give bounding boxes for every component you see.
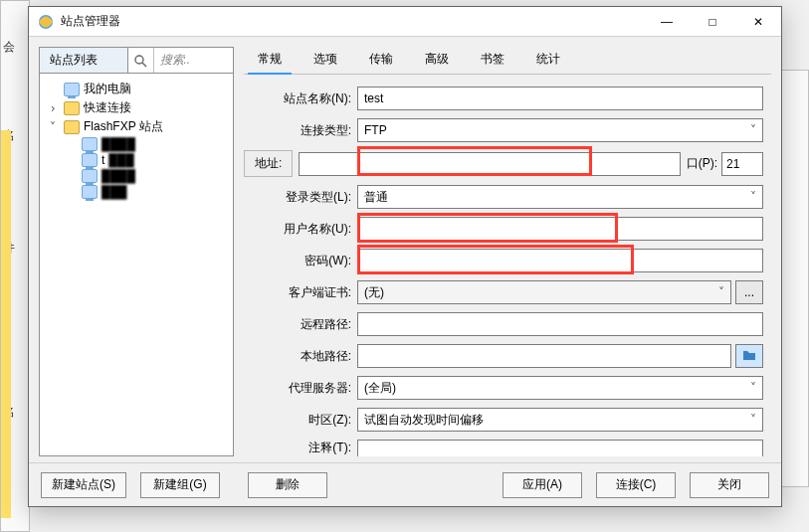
password-label: 密码(W): bbox=[244, 253, 357, 269]
local-path-label: 本地路径: bbox=[244, 348, 357, 365]
tree-node-quick-connect[interactable]: › 快速连接 bbox=[44, 98, 229, 117]
maximize-button[interactable]: □ bbox=[690, 7, 735, 37]
login-type-label: 登录类型(L): bbox=[244, 189, 357, 206]
blurred-label: ███ bbox=[108, 153, 134, 167]
site-icon bbox=[82, 137, 98, 151]
new-group-button[interactable]: 新建组(G) bbox=[140, 472, 220, 498]
tab-bar: 常规 选项 传输 高级 书签 统计 bbox=[244, 47, 771, 75]
tree-node-flashfxp-sites[interactable]: ˅ FlashFXP 站点 bbox=[44, 117, 229, 136]
site-icon bbox=[82, 153, 98, 167]
delete-button[interactable]: 删除 bbox=[248, 472, 327, 498]
remote-path-label: 远程路径: bbox=[244, 316, 357, 333]
search-input[interactable]: 搜索.. bbox=[154, 48, 234, 73]
tab-general[interactable]: 常规 bbox=[248, 47, 292, 74]
site-name-input[interactable] bbox=[357, 87, 763, 110]
username-input[interactable] bbox=[357, 217, 763, 241]
chevron-down-icon: ˅ bbox=[750, 123, 756, 137]
site-name-label: 站点名称(N): bbox=[244, 90, 357, 107]
tab-stats[interactable]: 统计 bbox=[526, 47, 570, 74]
address-input[interactable] bbox=[299, 152, 680, 176]
dialog-footer: 新建站点(S) 新建组(G) 删除 应用(A) 连接(C) 关闭 bbox=[29, 462, 781, 506]
bg-text: 会 bbox=[1, 35, 29, 60]
titlebar: 站点管理器 — □ ✕ bbox=[29, 7, 781, 37]
notes-label: 注释(T): bbox=[244, 440, 357, 456]
bg-yellow-strip bbox=[1, 130, 11, 518]
window-title: 站点管理器 bbox=[61, 13, 644, 30]
blurred-label: ████ bbox=[101, 137, 135, 151]
folder-icon bbox=[64, 101, 80, 115]
cert-browse-button[interactable]: ... bbox=[735, 280, 763, 304]
site-list-panel: 站点列表 搜索.. 我的电脑 › 快速连接 ˅ FlashFXP 站点 bbox=[39, 47, 234, 456]
search-icon[interactable] bbox=[128, 48, 154, 73]
timezone-label: 时区(Z): bbox=[244, 412, 357, 429]
login-type-select[interactable]: 普通 ˅ bbox=[357, 185, 763, 209]
connection-type-select[interactable]: FTP ˅ bbox=[357, 118, 763, 142]
tree-node-site[interactable]: ███ bbox=[44, 184, 229, 200]
close-dialog-button[interactable]: 关闭 bbox=[690, 472, 769, 498]
chevron-down-icon: ˅ bbox=[750, 381, 756, 395]
port-input[interactable] bbox=[721, 152, 763, 176]
apply-button[interactable]: 应用(A) bbox=[503, 472, 582, 498]
site-list-header: 站点列表 搜索.. bbox=[39, 47, 234, 74]
blurred-label: ████ bbox=[101, 169, 135, 183]
tab-options[interactable]: 选项 bbox=[303, 47, 347, 74]
tab-advanced[interactable]: 高级 bbox=[415, 47, 459, 74]
svg-point-1 bbox=[135, 56, 143, 64]
site-icon bbox=[82, 185, 98, 199]
form-panel: 常规 选项 传输 高级 书签 统计 站点名称(N): 连接类型: FTP ˅ bbox=[244, 47, 771, 456]
client-cert-label: 客户端证书: bbox=[244, 284, 357, 301]
proxy-label: 代理服务器: bbox=[244, 380, 357, 397]
client-cert-select[interactable]: (无) ˅ bbox=[357, 280, 731, 304]
close-button[interactable]: ✕ bbox=[735, 7, 781, 37]
chevron-down-icon: ˅ bbox=[718, 285, 724, 299]
local-path-browse-button[interactable] bbox=[735, 344, 763, 368]
new-site-button[interactable]: 新建站点(S) bbox=[41, 472, 126, 498]
chevron-down-icon: ˅ bbox=[750, 413, 756, 427]
site-manager-dialog: 站点管理器 — □ ✕ 站点列表 搜索.. 我的电脑 › 快速连接 bbox=[28, 6, 782, 507]
computer-icon bbox=[64, 83, 80, 96]
minimize-button[interactable]: — bbox=[644, 7, 690, 37]
site-tree[interactable]: 我的电脑 › 快速连接 ˅ FlashFXP 站点 ████ t ███ bbox=[39, 74, 234, 456]
tree-node-site[interactable]: t ███ bbox=[44, 152, 229, 168]
password-input[interactable] bbox=[357, 249, 763, 272]
tab-bookmarks[interactable]: 书签 bbox=[471, 47, 514, 74]
tree-node-site[interactable]: ████ bbox=[44, 168, 229, 184]
app-icon bbox=[37, 13, 55, 31]
blurred-label: ███ bbox=[101, 185, 127, 199]
tab-transfer[interactable]: 传输 bbox=[359, 47, 403, 74]
proxy-select[interactable]: (全局) ˅ bbox=[357, 376, 763, 400]
background-left-window: 会 名 件 名 bbox=[0, 0, 30, 532]
site-icon bbox=[82, 169, 98, 183]
remote-path-input[interactable] bbox=[357, 312, 763, 336]
notes-textarea[interactable] bbox=[357, 440, 763, 456]
tree-node-site[interactable]: ████ bbox=[44, 136, 229, 152]
connection-type-label: 连接类型: bbox=[244, 122, 357, 139]
address-label: 地址: bbox=[244, 150, 293, 177]
timezone-select[interactable]: 试图自动发现时间偏移 ˅ bbox=[357, 408, 763, 432]
folder-icon bbox=[64, 120, 80, 134]
port-label: 口(P): bbox=[687, 155, 717, 172]
general-form: 站点名称(N): 连接类型: FTP ˅ 地址: 口(P): bbox=[244, 75, 771, 456]
tree-node-my-computer[interactable]: 我的电脑 bbox=[44, 80, 229, 98]
site-list-title: 站点列表 bbox=[40, 48, 128, 73]
svg-line-2 bbox=[142, 63, 146, 67]
username-label: 用户名称(U): bbox=[244, 221, 357, 238]
background-right-window bbox=[779, 70, 809, 487]
local-path-input[interactable] bbox=[357, 344, 731, 368]
connect-button[interactable]: 连接(C) bbox=[596, 472, 676, 498]
folder-icon bbox=[742, 349, 756, 364]
chevron-down-icon: ˅ bbox=[750, 190, 756, 204]
